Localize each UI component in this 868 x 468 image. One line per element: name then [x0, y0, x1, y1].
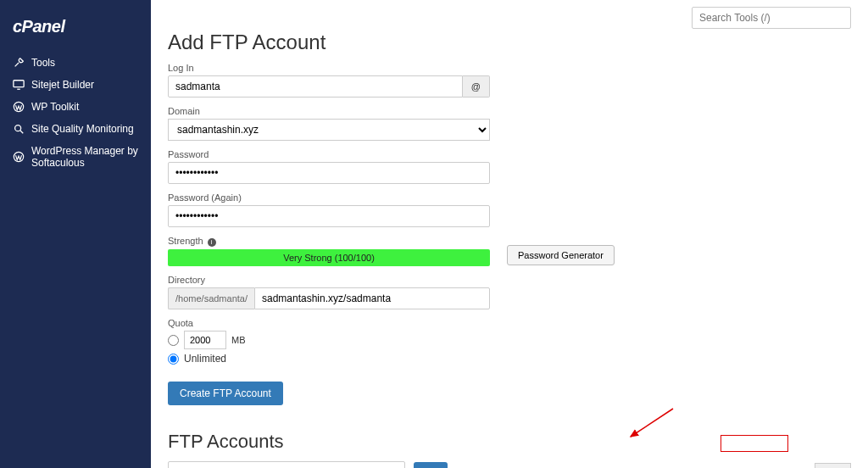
sidebar-item-sitejet[interactable]: Sitejet Builder — [0, 74, 151, 96]
accounts-title: FTP Accounts — [168, 431, 851, 453]
password-again-input[interactable] — [168, 205, 490, 227]
accounts-go-button[interactable]: Go — [414, 462, 448, 468]
domain-select[interactable]: sadmantashin.xyz — [168, 119, 490, 141]
sidebar-item-wptoolkit[interactable]: WP Toolkit — [0, 96, 151, 118]
label-login: Log In — [168, 63, 851, 73]
info-icon: i — [208, 238, 216, 247]
quota-radio-unlimited[interactable] — [168, 354, 179, 365]
svg-rect-0 — [14, 81, 24, 87]
wordpress-icon — [13, 101, 25, 113]
label-directory: Directory — [168, 275, 851, 285]
svg-point-2 — [15, 125, 21, 131]
label-strength: Strength i — [168, 236, 490, 247]
sidebar-item-label: Sitejet Builder — [31, 79, 94, 91]
label-password: Password — [168, 149, 851, 159]
page-size-select[interactable]: 10 — [815, 463, 851, 468]
password-generator-button[interactable]: Password Generator — [507, 245, 615, 265]
wrench-icon — [13, 57, 25, 69]
main-content: Add FTP Account Log In @ Domain sadmanta… — [151, 0, 868, 468]
sidebar-item-label: Site Quality Monitoring — [31, 123, 134, 135]
global-search — [692, 7, 851, 29]
create-ftp-button[interactable]: Create FTP Account — [168, 382, 283, 405]
wordpress-icon — [13, 151, 25, 163]
accounts-search-input[interactable] — [168, 461, 405, 468]
logo: cPanel — [0, 13, 151, 52]
magnifier-icon — [13, 123, 25, 135]
sidebar: cPanel Tools Sitejet Builder WP Toolkit … — [0, 0, 151, 468]
quota-unlimited-label: Unlimited — [184, 353, 226, 365]
directory-input[interactable] — [254, 287, 490, 309]
password-input[interactable] — [168, 162, 490, 184]
directory-prefix: /home/sadmanta/ — [168, 287, 254, 309]
monitor-icon — [13, 79, 25, 91]
label-password-again: Password (Again) — [168, 192, 851, 203]
quota-value-input[interactable] — [184, 331, 226, 349]
sidebar-item-label: WP Toolkit — [31, 101, 79, 113]
page-title: Add FTP Account — [168, 31, 851, 54]
login-input[interactable] — [168, 75, 463, 98]
sidebar-item-label: Tools — [31, 57, 55, 69]
sidebar-item-sitequality[interactable]: Site Quality Monitoring — [0, 118, 151, 140]
quota-radio-limited[interactable] — [168, 335, 179, 346]
label-quota: Quota — [168, 318, 851, 328]
sidebar-item-label: WordPress Manager by Softaculous — [31, 145, 138, 169]
login-addon: @ — [463, 75, 490, 98]
label-domain: Domain — [168, 106, 851, 116]
search-input[interactable] — [692, 7, 851, 29]
sidebar-item-wpmanager[interactable]: WordPress Manager by Softaculous — [0, 140, 151, 174]
quota-unit: MB — [231, 335, 246, 345]
strength-meter: Very Strong (100/100) — [168, 249, 490, 266]
sidebar-item-tools[interactable]: Tools — [0, 52, 151, 74]
